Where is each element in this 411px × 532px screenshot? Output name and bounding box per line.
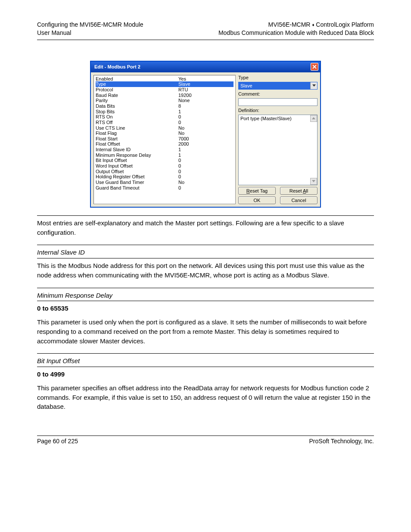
param-name: Type [96,81,178,87]
rule [37,245,374,245]
param-row[interactable]: Word Input Offset0 [96,163,234,169]
param-row[interactable]: Float Start7000 [96,136,234,142]
param-row[interactable]: Data Bits8 [96,103,234,109]
rule [37,215,374,216]
reset-all-button[interactable]: Reset All [280,187,318,195]
type-dropdown-value: Slave [239,82,310,89]
param-name: Guard Band Timeout [96,185,178,191]
body-text: Most entries are self-explanatory and ma… [37,215,374,411]
param-value: None [178,98,234,103]
param-name: Bit Input Offset [96,158,178,163]
param-name: Holding Register Offset [96,174,178,180]
param-value: 1 [178,147,234,152]
param-name: Parity [96,98,178,103]
min-response-delay-paragraph: This parameter is used only when the por… [37,317,374,345]
param-row[interactable]: Float Offset2000 [96,141,234,147]
header-right-line1a: MVI56E-MCMR [268,21,312,28]
scroll-down-icon[interactable] [310,178,317,185]
param-row[interactable]: RTS On0 [96,114,234,120]
rule [37,288,374,288]
section-heading-bit-input-offset: Bit Input Offset [37,356,80,366]
cancel-button[interactable]: Cancel [280,196,318,204]
param-name: Minimum Response Delay [96,152,178,158]
param-name: Baud Rate [96,93,178,98]
param-row[interactable]: Internal Slave ID1 [96,147,234,152]
param-name: Word Input Offset [96,163,178,169]
param-name: Internal Slave ID [96,147,178,152]
internal-slave-id-paragraph: This is the Modbus Node address for this… [37,261,374,280]
rule [37,353,374,354]
param-value: 0 [178,120,234,125]
param-value: Yes [178,76,234,82]
section-heading-internal-slave-id: Internal Slave ID [37,248,85,257]
param-row[interactable]: Bit Input Offset0 [96,158,234,163]
param-value: No [178,180,234,185]
close-icon [312,65,317,69]
min-response-delay-range: 0 to 65535 [37,304,374,313]
parameter-list[interactable]: EnabledYesTypeSlaveProtocolRTUBaud Rate1… [93,75,236,204]
scroll-up-icon[interactable] [310,115,317,122]
param-row[interactable]: Output Offset0 [96,169,234,174]
close-button[interactable] [311,63,318,71]
header-right-line2: Modbus Communication Module with Reduced… [218,29,374,37]
ok-button[interactable]: OK [238,196,276,204]
header-left-line1: Configuring the MVI56E-MCMR Module [37,21,143,29]
bit-input-offset-paragraph: This parameter specifies an offset addre… [37,383,374,411]
param-value: 8 [178,103,234,109]
param-row[interactable]: Holding Register Offset0 [96,174,234,180]
param-value: 1 [178,152,234,158]
type-label: Type [238,75,318,80]
chevron-down-icon [310,82,317,89]
bit-input-offset-range: 0 to 4999 [37,370,374,379]
dialog-container: Edit - Modbus Port 2 EnabledYesTypeSlave… [37,61,374,208]
param-row[interactable]: EnabledYes [96,76,234,82]
param-row[interactable]: Guard Band Timeout0 [96,185,234,191]
definition-box: Port type (Master/Slave) [238,115,318,185]
param-name: Float Start [96,136,178,142]
param-value: 1 [178,109,234,115]
param-name: Data Bits [96,103,178,109]
rule [37,301,374,301]
param-row[interactable]: Use CTS LineNo [96,125,234,131]
param-name: RTS Off [96,120,178,125]
dialog-title: Edit - Modbus Port 2 [94,64,140,69]
param-row[interactable]: Stop Bits1 [96,109,234,115]
header-right-line1b: ControlLogix Platform [314,21,374,28]
param-row[interactable]: ProtocolRTU [96,87,234,93]
param-value: 7000 [178,136,234,142]
param-row[interactable]: Float FlagNo [96,131,234,136]
footer-page: Page 60 of 225 [37,438,78,445]
param-value: No [178,131,234,136]
param-name: Use CTS Line [96,125,178,131]
param-row[interactable]: TypeSlave [96,81,234,87]
param-value: 0 [178,169,234,174]
param-row[interactable]: Baud Rate19200 [96,93,234,98]
param-value: RTU [178,87,234,93]
param-row[interactable]: RTS Off0 [96,120,234,125]
comment-input[interactable] [238,98,318,106]
param-value: 2000 [178,141,234,147]
param-value: 0 [178,185,234,191]
rule [37,367,374,367]
type-dropdown[interactable]: Slave [238,82,318,90]
param-name: Float Flag [96,131,178,136]
reset-tag-button[interactable]: Reset Tag [238,187,276,195]
param-value: 19200 [178,93,234,98]
param-row[interactable]: Minimum Response Delay1 [96,152,234,158]
dialog-titlebar: Edit - Modbus Port 2 [91,62,320,72]
page-footer: Page 60 of 225 ProSoft Technology, Inc. [37,436,374,445]
footer-company: ProSoft Technology, Inc. [309,438,374,445]
param-value: 0 [178,158,234,163]
rule [37,258,374,258]
param-name: RTS On [96,114,178,120]
param-name: Stop Bits [96,109,178,115]
param-value: 0 [178,114,234,120]
param-name: Use Guard Band Timer [96,180,178,185]
param-row[interactable]: ParityNone [96,98,234,103]
edit-modbus-port-dialog: Edit - Modbus Port 2 EnabledYesTypeSlave… [90,61,321,208]
param-row[interactable]: Use Guard Band TimerNo [96,180,234,185]
param-name: Protocol [96,87,178,93]
param-value: 0 [178,163,234,169]
page-header: Configuring the MVI56E-MCMR Module User … [37,21,374,40]
section-heading-min-response-delay: Minimum Response Delay [37,291,112,300]
